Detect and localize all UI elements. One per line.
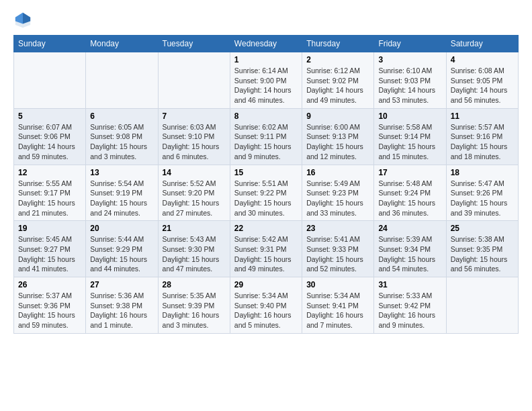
day-cell: 17Sunrise: 5:48 AM Sunset: 9:24 PM Dayli… bbox=[374, 165, 446, 221]
day-info: Sunrise: 5:38 AM Sunset: 9:35 PM Dayligh… bbox=[451, 234, 514, 274]
day-number: 15 bbox=[234, 168, 298, 177]
day-info: Sunrise: 5:43 AM Sunset: 9:30 PM Dayligh… bbox=[163, 234, 226, 274]
calendar-table: SundayMondayTuesdayWednesdayThursdayFrid… bbox=[13, 35, 519, 334]
day-number: 22 bbox=[234, 224, 298, 233]
day-info: Sunrise: 5:37 AM Sunset: 9:36 PM Dayligh… bbox=[18, 291, 81, 330]
day-number: 19 bbox=[18, 224, 81, 233]
day-number: 31 bbox=[378, 280, 441, 289]
day-cell bbox=[14, 52, 86, 109]
day-info: Sunrise: 5:52 AM Sunset: 9:20 PM Dayligh… bbox=[163, 179, 226, 218]
day-number: 17 bbox=[378, 168, 441, 177]
day-cell: 18Sunrise: 5:47 AM Sunset: 9:26 PM Dayli… bbox=[446, 165, 518, 221]
column-header-monday: Monday bbox=[86, 36, 158, 52]
day-info: Sunrise: 6:14 AM Sunset: 9:00 PM Dayligh… bbox=[234, 66, 298, 105]
header bbox=[13, 11, 519, 30]
logo bbox=[13, 11, 35, 30]
column-header-sunday: Sunday bbox=[14, 36, 86, 52]
day-info: Sunrise: 5:45 AM Sunset: 9:27 PM Dayligh… bbox=[18, 234, 81, 274]
day-info: Sunrise: 6:05 AM Sunset: 9:08 PM Dayligh… bbox=[90, 122, 153, 162]
day-cell: 14Sunrise: 5:52 AM Sunset: 9:20 PM Dayli… bbox=[158, 165, 230, 221]
day-number: 29 bbox=[234, 280, 298, 289]
day-number: 23 bbox=[306, 224, 369, 233]
day-cell: 29Sunrise: 5:34 AM Sunset: 9:40 PM Dayli… bbox=[230, 277, 302, 334]
day-cell: 15Sunrise: 5:51 AM Sunset: 9:22 PM Dayli… bbox=[230, 165, 302, 221]
header-row: SundayMondayTuesdayWednesdayThursdayFrid… bbox=[14, 36, 519, 52]
day-info: Sunrise: 5:44 AM Sunset: 9:29 PM Dayligh… bbox=[90, 234, 153, 274]
day-info: Sunrise: 6:00 AM Sunset: 9:13 PM Dayligh… bbox=[306, 122, 369, 162]
day-info: Sunrise: 6:03 AM Sunset: 9:10 PM Dayligh… bbox=[163, 122, 226, 162]
day-info: Sunrise: 5:58 AM Sunset: 9:14 PM Dayligh… bbox=[378, 122, 441, 162]
day-cell: 9Sunrise: 6:00 AM Sunset: 9:13 PM Daylig… bbox=[302, 108, 374, 165]
day-cell: 7Sunrise: 6:03 AM Sunset: 9:10 PM Daylig… bbox=[158, 108, 230, 165]
day-info: Sunrise: 5:33 AM Sunset: 9:42 PM Dayligh… bbox=[378, 291, 441, 330]
day-cell: 12Sunrise: 5:55 AM Sunset: 9:17 PM Dayli… bbox=[14, 165, 86, 221]
day-number: 24 bbox=[378, 224, 441, 233]
day-cell: 16Sunrise: 5:49 AM Sunset: 9:23 PM Dayli… bbox=[302, 165, 374, 221]
day-cell: 31Sunrise: 5:33 AM Sunset: 9:42 PM Dayli… bbox=[374, 277, 446, 334]
day-number: 27 bbox=[90, 280, 153, 289]
day-cell bbox=[86, 52, 158, 109]
day-cell: 30Sunrise: 5:34 AM Sunset: 9:41 PM Dayli… bbox=[302, 277, 374, 334]
week-row-1: 1Sunrise: 6:14 AM Sunset: 9:00 PM Daylig… bbox=[14, 52, 519, 109]
day-number: 7 bbox=[163, 111, 226, 121]
day-number: 1 bbox=[234, 55, 298, 64]
day-cell: 20Sunrise: 5:44 AM Sunset: 9:29 PM Dayli… bbox=[86, 221, 158, 277]
day-info: Sunrise: 5:34 AM Sunset: 9:41 PM Dayligh… bbox=[306, 291, 369, 330]
day-cell: 24Sunrise: 5:39 AM Sunset: 9:34 PM Dayli… bbox=[374, 221, 446, 277]
week-row-4: 19Sunrise: 5:45 AM Sunset: 9:27 PM Dayli… bbox=[14, 221, 519, 277]
column-header-thursday: Thursday bbox=[302, 36, 374, 52]
day-number: 2 bbox=[306, 55, 369, 64]
day-number: 10 bbox=[378, 111, 441, 121]
day-cell: 28Sunrise: 5:35 AM Sunset: 9:39 PM Dayli… bbox=[158, 277, 230, 334]
page-container: SundayMondayTuesdayWednesdayThursdayFrid… bbox=[0, 0, 532, 340]
day-info: Sunrise: 5:34 AM Sunset: 9:40 PM Dayligh… bbox=[234, 291, 298, 330]
day-number: 3 bbox=[378, 55, 441, 64]
day-cell: 3Sunrise: 6:10 AM Sunset: 9:03 PM Daylig… bbox=[374, 52, 446, 109]
day-number: 18 bbox=[451, 168, 514, 177]
day-info: Sunrise: 5:51 AM Sunset: 9:22 PM Dayligh… bbox=[234, 179, 298, 218]
day-cell: 4Sunrise: 6:08 AM Sunset: 9:05 PM Daylig… bbox=[446, 52, 518, 109]
week-row-5: 26Sunrise: 5:37 AM Sunset: 9:36 PM Dayli… bbox=[14, 277, 519, 334]
day-info: Sunrise: 5:36 AM Sunset: 9:38 PM Dayligh… bbox=[90, 291, 153, 330]
day-cell: 25Sunrise: 5:38 AM Sunset: 9:35 PM Dayli… bbox=[446, 221, 518, 277]
day-cell: 6Sunrise: 6:05 AM Sunset: 9:08 PM Daylig… bbox=[86, 108, 158, 165]
day-number: 25 bbox=[451, 224, 514, 233]
day-info: Sunrise: 5:47 AM Sunset: 9:26 PM Dayligh… bbox=[451, 179, 514, 218]
day-info: Sunrise: 5:57 AM Sunset: 9:16 PM Dayligh… bbox=[451, 122, 514, 162]
day-info: Sunrise: 6:07 AM Sunset: 9:06 PM Dayligh… bbox=[18, 122, 81, 162]
day-info: Sunrise: 6:12 AM Sunset: 9:02 PM Dayligh… bbox=[306, 66, 369, 105]
day-cell: 23Sunrise: 5:41 AM Sunset: 9:33 PM Dayli… bbox=[302, 221, 374, 277]
column-header-friday: Friday bbox=[374, 36, 446, 52]
day-info: Sunrise: 5:54 AM Sunset: 9:19 PM Dayligh… bbox=[90, 179, 153, 218]
day-number: 26 bbox=[18, 280, 81, 289]
day-cell: 1Sunrise: 6:14 AM Sunset: 9:00 PM Daylig… bbox=[230, 52, 302, 109]
day-cell: 13Sunrise: 5:54 AM Sunset: 9:19 PM Dayli… bbox=[86, 165, 158, 221]
day-info: Sunrise: 5:48 AM Sunset: 9:24 PM Dayligh… bbox=[378, 179, 441, 218]
day-number: 8 bbox=[234, 111, 298, 121]
day-number: 4 bbox=[451, 55, 514, 64]
day-cell: 2Sunrise: 6:12 AM Sunset: 9:02 PM Daylig… bbox=[302, 52, 374, 109]
logo-icon bbox=[13, 11, 32, 30]
day-number: 28 bbox=[163, 280, 226, 289]
day-info: Sunrise: 5:41 AM Sunset: 9:33 PM Dayligh… bbox=[306, 234, 369, 274]
day-number: 13 bbox=[90, 168, 153, 177]
day-info: Sunrise: 5:55 AM Sunset: 9:17 PM Dayligh… bbox=[18, 179, 81, 218]
day-cell bbox=[446, 277, 518, 334]
day-cell bbox=[158, 52, 230, 109]
day-cell: 5Sunrise: 6:07 AM Sunset: 9:06 PM Daylig… bbox=[14, 108, 86, 165]
day-number: 16 bbox=[306, 168, 369, 177]
day-info: Sunrise: 6:10 AM Sunset: 9:03 PM Dayligh… bbox=[378, 66, 441, 105]
week-row-3: 12Sunrise: 5:55 AM Sunset: 9:17 PM Dayli… bbox=[14, 165, 519, 221]
day-number: 9 bbox=[306, 111, 369, 121]
day-number: 5 bbox=[18, 111, 81, 121]
day-info: Sunrise: 6:02 AM Sunset: 9:11 PM Dayligh… bbox=[234, 122, 298, 162]
day-info: Sunrise: 6:08 AM Sunset: 9:05 PM Dayligh… bbox=[451, 66, 514, 105]
day-cell: 8Sunrise: 6:02 AM Sunset: 9:11 PM Daylig… bbox=[230, 108, 302, 165]
day-number: 20 bbox=[90, 224, 153, 233]
day-number: 21 bbox=[163, 224, 226, 233]
column-header-wednesday: Wednesday bbox=[230, 36, 302, 52]
day-cell: 22Sunrise: 5:42 AM Sunset: 9:31 PM Dayli… bbox=[230, 221, 302, 277]
day-info: Sunrise: 5:39 AM Sunset: 9:34 PM Dayligh… bbox=[378, 234, 441, 274]
day-info: Sunrise: 5:49 AM Sunset: 9:23 PM Dayligh… bbox=[306, 179, 369, 218]
day-cell: 11Sunrise: 5:57 AM Sunset: 9:16 PM Dayli… bbox=[446, 108, 518, 165]
